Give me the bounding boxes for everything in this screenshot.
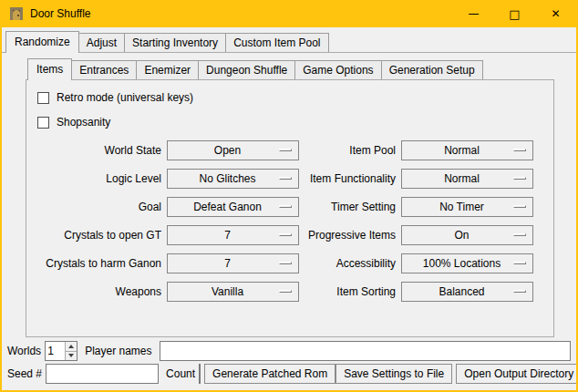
seed-input[interactable] bbox=[46, 364, 159, 384]
worlds-row: Worlds Player names bbox=[2, 341, 576, 361]
field-label: Timer Setting bbox=[304, 201, 396, 213]
window-content: Randomize Adjust Starting Inventory Cust… bbox=[2, 27, 576, 390]
count-input[interactable] bbox=[200, 365, 201, 383]
field-label: Goal bbox=[34, 201, 161, 213]
tab-items[interactable]: Items bbox=[27, 58, 72, 80]
items-tab-panel: Retro mode (universal keys) Shopsanity W… bbox=[26, 80, 554, 337]
optionmenu-indicator-icon bbox=[279, 205, 292, 208]
settings-tab-bar: Items Entrances Enemizer Dungeon Shuffle… bbox=[26, 58, 554, 80]
logic-level-dropdown[interactable]: No Glitches bbox=[167, 169, 299, 189]
worlds-spinner bbox=[45, 341, 77, 361]
tab-generation-setup[interactable]: Generation Setup bbox=[381, 60, 483, 79]
optionmenu-indicator-icon bbox=[513, 290, 526, 293]
optionmenu-indicator-icon bbox=[513, 262, 526, 264]
tab-dungeon-shuffle[interactable]: Dungeon Shuffle bbox=[198, 60, 295, 79]
open-output-directory-button[interactable]: Open Output Directory bbox=[456, 364, 576, 384]
count-spinner bbox=[199, 364, 201, 384]
shopsanity-row: Shopsanity bbox=[37, 115, 546, 129]
worlds-spin-down-icon[interactable] bbox=[66, 351, 77, 361]
save-settings-button[interactable]: Save Settings to File bbox=[335, 364, 452, 384]
generate-patched-rom-button[interactable]: Generate Patched Rom bbox=[204, 364, 335, 384]
window-title: Door Shuffle bbox=[30, 7, 91, 20]
tab-custom-item-pool[interactable]: Custom Item Pool bbox=[225, 33, 328, 52]
weapons-dropdown[interactable]: Vanilla bbox=[167, 282, 299, 302]
field-label: Item Pool bbox=[304, 144, 396, 157]
optionmenu-indicator-icon bbox=[513, 233, 526, 236]
item-functionality-dropdown[interactable]: Normal bbox=[401, 169, 533, 189]
item-pool-dropdown[interactable]: Normal bbox=[401, 140, 533, 160]
close-icon[interactable]: ✕ bbox=[535, 0, 576, 27]
optionmenu-indicator-icon bbox=[279, 233, 292, 236]
timer-setting-dropdown[interactable]: No Timer bbox=[401, 197, 533, 217]
field-label: Item Sorting bbox=[304, 285, 396, 298]
tab-enemizer[interactable]: Enemizer bbox=[136, 60, 199, 79]
player-names-input[interactable] bbox=[160, 341, 572, 361]
shopsanity-checkbox[interactable] bbox=[37, 117, 49, 129]
main-tab-bar: Randomize Adjust Starting Inventory Cust… bbox=[2, 31, 576, 53]
goal-dropdown[interactable]: Defeat Ganon bbox=[167, 197, 299, 217]
shopsanity-label: Shopsanity bbox=[57, 116, 110, 129]
crystals-open-gt-dropdown[interactable]: 7 bbox=[167, 225, 299, 245]
field-label: Accessibility bbox=[304, 257, 396, 270]
worlds-input[interactable] bbox=[46, 342, 65, 360]
optionmenu-indicator-icon bbox=[513, 177, 526, 180]
maximize-icon[interactable]: □ bbox=[494, 0, 535, 27]
optionmenu-indicator-icon bbox=[279, 262, 292, 264]
settings-grid: World State Open Item Pool Normal Logic … bbox=[34, 140, 546, 302]
optionmenu-indicator-icon bbox=[279, 177, 292, 180]
tab-randomize[interactable]: Randomize bbox=[5, 31, 79, 53]
minimize-icon[interactable]: — bbox=[453, 0, 494, 27]
tab-entrances[interactable]: Entrances bbox=[71, 60, 137, 79]
field-label: Progressive Items bbox=[304, 229, 396, 242]
field-label: World State bbox=[34, 144, 161, 157]
field-label: Item Functionality bbox=[304, 172, 396, 185]
app-icon bbox=[9, 6, 24, 21]
retro-mode-checkbox[interactable] bbox=[37, 92, 49, 104]
world-state-dropdown[interactable]: Open bbox=[167, 140, 299, 160]
item-sorting-dropdown[interactable]: Balanced bbox=[401, 282, 533, 302]
field-label: Logic Level bbox=[34, 172, 161, 185]
accessibility-dropdown[interactable]: 100% Locations bbox=[401, 253, 533, 273]
progressive-items-dropdown[interactable]: On bbox=[401, 225, 533, 245]
player-names-label: Player names bbox=[85, 345, 151, 357]
seed-row: Seed # Count Generate Patched Rom Save S… bbox=[2, 364, 576, 384]
retro-mode-row: Retro mode (universal keys) bbox=[37, 90, 546, 105]
bottom-controls: Worlds Player names Seed # Count bbox=[2, 341, 576, 384]
retro-mode-label: Retro mode (universal keys) bbox=[57, 91, 193, 104]
tab-starting-inventory[interactable]: Starting Inventory bbox=[124, 33, 226, 52]
seed-label: Seed # bbox=[7, 367, 42, 380]
field-label: Weapons bbox=[34, 285, 161, 298]
tab-game-options[interactable]: Game Options bbox=[294, 60, 381, 79]
field-label: Crystals to open GT bbox=[34, 229, 161, 242]
worlds-spin-up-icon[interactable] bbox=[66, 342, 77, 351]
optionmenu-indicator-icon bbox=[279, 149, 292, 151]
randomize-panel: Items Entrances Enemizer Dungeon Shuffle… bbox=[26, 58, 554, 337]
crystals-harm-ganon-dropdown[interactable]: 7 bbox=[167, 253, 299, 273]
tab-adjust[interactable]: Adjust bbox=[78, 33, 125, 52]
optionmenu-indicator-icon bbox=[279, 290, 292, 293]
worlds-label: Worlds bbox=[7, 345, 41, 357]
app-window: Door Shuffle — □ ✕ Randomize Adjust Star… bbox=[0, 0, 578, 392]
optionmenu-indicator-icon bbox=[513, 205, 526, 208]
titlebar[interactable]: Door Shuffle — □ ✕ bbox=[2, 0, 576, 27]
count-label: Count bbox=[166, 367, 195, 380]
optionmenu-indicator-icon bbox=[513, 149, 526, 151]
field-label: Crystals to harm Ganon bbox=[34, 257, 161, 270]
